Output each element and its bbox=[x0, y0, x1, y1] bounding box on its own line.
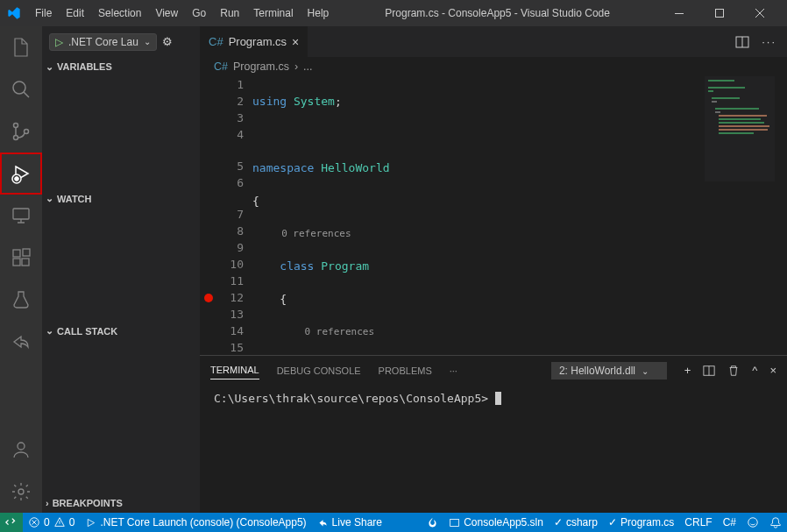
window-title: Program.cs - ConsoleApp5 - Visual Studio… bbox=[336, 7, 659, 19]
maximize-button[interactable] bbox=[699, 0, 740, 26]
tab-program-cs[interactable]: C# Program.cs × bbox=[200, 26, 308, 57]
callstack-section-header[interactable]: ⌄ CALL STACK bbox=[42, 322, 200, 341]
chevron-down-icon: ⌄ bbox=[642, 366, 649, 376]
debug-config-label: .NET Core Lau bbox=[68, 36, 138, 48]
svg-rect-24 bbox=[719, 122, 764, 124]
status-problems[interactable]: 0 0 bbox=[23, 513, 80, 532]
menu-edit[interactable]: Edit bbox=[59, 0, 91, 26]
vertical-scrollbar[interactable] bbox=[775, 76, 787, 355]
breakpoint-dot[interactable] bbox=[204, 294, 213, 302]
status-bar: 0 0 .NET Core Launch (console) (ConsoleA… bbox=[0, 513, 787, 532]
svg-rect-30 bbox=[450, 519, 459, 526]
status-debug-config[interactable]: .NET Core Launch (console) (ConsoleApp5) bbox=[80, 513, 311, 532]
panel-tabs: TERMINAL DEBUG CONSOLE PROBLEMS ··· 2: H… bbox=[200, 356, 787, 385]
status-flame[interactable] bbox=[422, 513, 443, 532]
run-debug-icon[interactable] bbox=[0, 153, 42, 195]
close-button[interactable] bbox=[740, 0, 780, 26]
status-feedback-icon[interactable] bbox=[741, 513, 764, 532]
menu-bar: File Edit Selection View Go Run Terminal… bbox=[28, 0, 336, 26]
menu-view[interactable]: View bbox=[148, 0, 185, 26]
minimap[interactable] bbox=[705, 76, 775, 181]
debug-settings-gear-icon[interactable]: ⚙ bbox=[162, 35, 173, 48]
svg-rect-25 bbox=[719, 125, 769, 127]
chevron-right-icon: › bbox=[46, 498, 49, 508]
svg-point-2 bbox=[13, 82, 25, 94]
tab-terminal[interactable]: TERMINAL bbox=[210, 361, 259, 379]
terminal-cursor bbox=[495, 392, 501, 405]
debug-sidebar: ▷ .NET Core Lau ⌄ ⚙ ⌄ VARIABLES ⌄ WATCH … bbox=[42, 26, 200, 513]
minimize-button[interactable] bbox=[659, 0, 699, 26]
terminal[interactable]: C:\Users\thrak\source\repos\ConsoleApp5> bbox=[200, 385, 787, 513]
status-language-server[interactable]: ✓ csharp bbox=[549, 513, 603, 532]
status-language[interactable]: C# bbox=[718, 513, 741, 532]
source-control-icon[interactable] bbox=[0, 110, 42, 153]
status-notifications-icon[interactable] bbox=[764, 513, 787, 532]
maximize-panel-icon[interactable]: ^ bbox=[752, 364, 757, 377]
svg-rect-16 bbox=[708, 87, 745, 89]
kill-terminal-icon[interactable] bbox=[727, 365, 740, 377]
start-debugging-button[interactable]: ▷ .NET Core Lau ⌄ bbox=[49, 33, 157, 51]
menu-go[interactable]: Go bbox=[185, 0, 213, 26]
svg-rect-18 bbox=[712, 97, 740, 99]
more-actions-icon[interactable]: ··· bbox=[762, 35, 776, 48]
menu-run[interactable]: Run bbox=[213, 0, 246, 26]
remote-indicator[interactable] bbox=[0, 513, 23, 532]
status-solution[interactable]: ConsoleApp5.sln bbox=[443, 513, 549, 532]
breakpoints-label: BREAKPOINTS bbox=[53, 498, 123, 508]
chevron-down-icon: ⌄ bbox=[46, 325, 53, 337]
remote-explorer-icon[interactable] bbox=[0, 195, 42, 237]
svg-rect-7 bbox=[13, 209, 29, 219]
svg-point-4 bbox=[14, 136, 18, 140]
explorer-icon[interactable] bbox=[0, 26, 42, 68]
extensions-icon[interactable] bbox=[0, 237, 42, 279]
status-eol[interactable]: CRLF bbox=[679, 513, 717, 532]
editor-area: C# Program.cs × ··· C# Program.cs › ... bbox=[200, 26, 787, 513]
codelens-references[interactable]: 0 references bbox=[281, 228, 351, 239]
svg-rect-8 bbox=[13, 250, 20, 257]
chevron-down-icon: ⌄ bbox=[46, 193, 53, 204]
tab-debug-console[interactable]: DEBUG CONSOLE bbox=[277, 362, 361, 379]
svg-rect-17 bbox=[708, 90, 713, 92]
tab-label: Program.cs bbox=[229, 35, 287, 48]
menu-file[interactable]: File bbox=[28, 0, 59, 26]
svg-rect-27 bbox=[719, 132, 754, 134]
csharp-file-icon: C# bbox=[214, 60, 228, 73]
chevron-down-icon: ⌄ bbox=[144, 37, 151, 46]
new-terminal-icon[interactable]: + bbox=[684, 364, 691, 377]
callstack-label: CALL STACK bbox=[57, 326, 117, 337]
play-icon: ▷ bbox=[55, 36, 63, 48]
variables-section-header[interactable]: ⌄ VARIABLES bbox=[42, 57, 200, 76]
svg-rect-20 bbox=[715, 108, 759, 110]
watch-section-header[interactable]: ⌄ WATCH bbox=[42, 189, 200, 209]
line-numbers: 1 2 3 4 5 6 7 8 9 10 11 12 13 14 15 bbox=[217, 76, 252, 355]
svg-point-5 bbox=[25, 130, 29, 134]
breakpoints-section-header[interactable]: › BREAKPOINTS bbox=[42, 493, 200, 513]
breakpoint-gutter[interactable] bbox=[200, 76, 217, 355]
menu-selection[interactable]: Selection bbox=[91, 0, 148, 26]
svg-rect-19 bbox=[712, 101, 717, 103]
split-terminal-icon[interactable] bbox=[703, 365, 715, 377]
test-icon[interactable] bbox=[0, 279, 42, 321]
accounts-icon[interactable] bbox=[0, 429, 42, 471]
split-editor-icon[interactable] bbox=[735, 35, 749, 49]
csharp-file-icon: C# bbox=[209, 35, 223, 48]
menu-help[interactable]: Help bbox=[301, 0, 337, 26]
variables-label: VARIABLES bbox=[57, 61, 112, 72]
status-diagnostics[interactable]: ✓ Program.cs bbox=[603, 513, 679, 532]
tab-problems[interactable]: PROBLEMS bbox=[379, 362, 432, 379]
svg-point-3 bbox=[14, 124, 18, 128]
status-liveshare[interactable]: Live Share bbox=[312, 513, 387, 532]
search-icon[interactable] bbox=[0, 68, 42, 110]
more-panels-icon[interactable]: ··· bbox=[450, 362, 457, 379]
chevron-down-icon: ⌄ bbox=[46, 61, 53, 73]
breadcrumb[interactable]: C# Program.cs › ... bbox=[200, 57, 787, 76]
settings-gear-icon[interactable] bbox=[0, 471, 42, 513]
terminal-selector[interactable]: 2: HelloWorld.dll ⌄ bbox=[551, 362, 667, 379]
liveshare-icon[interactable] bbox=[0, 321, 42, 363]
code-editor[interactable]: 1 2 3 4 5 6 7 8 9 10 11 12 13 14 15 usin… bbox=[200, 76, 787, 355]
close-panel-icon[interactable]: × bbox=[769, 364, 776, 377]
menu-terminal[interactable]: Terminal bbox=[246, 0, 300, 26]
codelens-references[interactable]: 0 references bbox=[305, 326, 374, 337]
svg-point-31 bbox=[748, 518, 758, 528]
tab-close-icon[interactable]: × bbox=[292, 35, 299, 49]
